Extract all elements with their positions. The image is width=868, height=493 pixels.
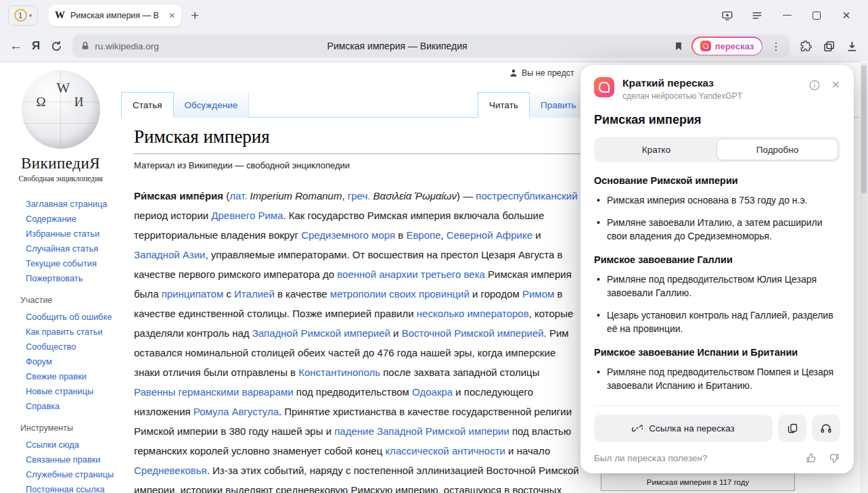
tab-edit[interactable]: Править	[530, 92, 588, 118]
wikipedia-globe-logo[interactable]: W Ω И	[22, 70, 100, 149]
sidebar-link[interactable]: Заглавная страница	[26, 199, 121, 209]
tab-read[interactable]: Читать	[478, 92, 530, 118]
sidebar-link[interactable]: Свежие правки	[26, 371, 121, 381]
devices-icon[interactable]	[721, 9, 734, 22]
article-link[interactable]: несколько императоров	[417, 308, 529, 319]
window-controls: ✕	[721, 9, 860, 22]
sidebar-link[interactable]: Сообщить об ошибке	[26, 312, 121, 322]
collections-icon[interactable]	[822, 39, 836, 53]
tab-article[interactable]: Статья	[121, 92, 174, 118]
person-icon	[509, 68, 518, 78]
panel-footer: Ссылка на пересказ	[594, 415, 840, 442]
article-subtitle: Материал из Википедии — свободной энцикл…	[134, 160, 583, 170]
article-link[interactable]: классической античности	[385, 445, 505, 456]
article-link[interactable]: падение Западной Римской империи	[334, 425, 509, 437]
article-link[interactable]: метрополии своих провинций	[330, 288, 470, 300]
article-link[interactable]: Западной Римской империей	[252, 327, 390, 339]
tab-close-icon[interactable]: ✕	[168, 11, 175, 20]
kebab-menu-icon[interactable]: ⋮	[771, 40, 781, 53]
browser-chrome: 1 ▾ W Римская империя — В ✕ +	[0, 0, 868, 62]
yandex-logo-icon[interactable]: Я	[32, 39, 40, 53]
tab-brief[interactable]: Кратко	[596, 139, 716, 160]
article-link[interactable]: Италией	[234, 288, 275, 300]
listen-button[interactable]	[812, 415, 840, 442]
address-bar[interactable]: ru.wikipedia.org Римская империя — Викип…	[72, 34, 790, 57]
browser-tab[interactable]: W Римская империя — В ✕	[49, 5, 181, 26]
copy-button[interactable]	[778, 415, 806, 442]
summary-bullet: • Римляне под предводительством Юлия Цез…	[594, 273, 840, 300]
back-icon[interactable]: ←	[9, 39, 22, 53]
article-link[interactable]: Равенны	[134, 386, 175, 398]
close-window-icon[interactable]: ✕	[840, 9, 853, 22]
lock-icon[interactable]	[81, 41, 90, 51]
panel-header: Краткий пересказ сделан нейросетью Yande…	[594, 77, 840, 101]
tab-title: Римская империя — В	[70, 11, 164, 20]
article-link[interactable]: Римом	[522, 288, 554, 300]
article-link[interactable]: постреспубликанский	[476, 190, 577, 202]
sidebar-link[interactable]: Текущие события	[26, 258, 121, 268]
article-link[interactable]: военной анархии третьего века	[337, 268, 485, 280]
panel-close-icon[interactable]: ✕	[831, 78, 840, 91]
wikipedia-favicon: W	[55, 9, 65, 21]
url-domain[interactable]: ru.wikipedia.org	[95, 41, 159, 51]
article-link[interactable]: греч.	[348, 190, 371, 202]
sidebar-link[interactable]: Избранные статьи	[26, 229, 121, 239]
sidebar-link[interactable]: Форум	[26, 356, 121, 367]
sidebar-link[interactable]: Новые страницы	[26, 386, 121, 396]
article-link[interactable]: Восточной Римской империей	[402, 327, 544, 339]
sidebar-link[interactable]: Связанные правки	[26, 454, 121, 465]
article-link[interactable]: германскими варварами	[179, 386, 294, 398]
browser-window: 1 ▾ W Римская империя — В ✕ +	[0, 0, 868, 493]
article-link[interactable]: Северной Африке	[447, 229, 532, 241]
thumbs-down-icon[interactable]	[829, 452, 840, 464]
download-icon[interactable]	[845, 39, 859, 53]
article-link[interactable]: Средневековья	[134, 465, 207, 476]
article-link[interactable]: Западной Азии	[134, 249, 205, 260]
sidebar-link[interactable]: Сообщество	[26, 342, 121, 352]
bookmark-icon[interactable]	[674, 41, 683, 51]
summary-section-heading: Римское завоевание Испании и Британии	[594, 347, 840, 358]
sidebar-link[interactable]: Ссылки сюда	[26, 440, 121, 450]
maximize-icon[interactable]	[810, 9, 823, 22]
sidebar-link[interactable]: Постоянная ссылка	[26, 484, 121, 493]
tab-counter-button[interactable]: 1 ▾	[8, 5, 38, 26]
link-icon	[632, 423, 643, 433]
sidebar-link[interactable]: Справка	[26, 401, 121, 411]
sidebar-link[interactable]: Случайная статья	[26, 243, 121, 254]
wikipedia-wordmark[interactable]: ВикипедиЯ	[0, 155, 121, 172]
sidebar-nav-main: Заглавная страницаСодержаниеИзбранные ст…	[26, 199, 121, 283]
article-link[interactable]: принципатом	[162, 288, 224, 300]
tab-detailed[interactable]: Подробно	[716, 139, 838, 160]
sidebar-link[interactable]: Пожертвовать	[26, 273, 121, 283]
summary-bullet: • Римская империя основана в 753 году до…	[594, 193, 840, 207]
globe-letter: W	[57, 80, 70, 97]
reload-icon[interactable]	[49, 39, 63, 53]
sidebar-link[interactable]: Как править статьи	[26, 327, 121, 337]
sidebar-link[interactable]: Служебные страницы	[26, 469, 121, 479]
article-link[interactable]: Одоакра	[412, 386, 453, 398]
article-link[interactable]: лат.	[229, 190, 247, 202]
thumbs-up-icon[interactable]	[805, 452, 817, 464]
page-scrollbar[interactable]	[860, 62, 868, 493]
summary-bullets: • Римляне под предводительством Помпея и…	[594, 365, 840, 392]
info-icon[interactable]	[808, 79, 821, 91]
extensions-puzzle-icon[interactable]	[799, 39, 813, 53]
summary-link-button[interactable]: Ссылка на пересказ	[594, 415, 773, 442]
scrollbar-thumb[interactable]	[861, 65, 867, 193]
minimize-icon[interactable]	[780, 9, 794, 22]
article-link[interactable]: Средиземного моря	[301, 229, 395, 241]
user-status[interactable]: Вы не предст	[509, 68, 574, 78]
sidebar-link[interactable]: Содержание	[26, 214, 121, 224]
article-link[interactable]: Ромула Августула	[193, 406, 279, 417]
article-link[interactable]: Европе	[406, 229, 440, 241]
tab-list-icon[interactable]	[750, 9, 764, 22]
user-status-label: Вы не предст	[522, 68, 574, 78]
chevron-down-icon: ▾	[29, 12, 32, 19]
article-link[interactable]: Константинополь	[298, 367, 380, 378]
retell-button[interactable]: пересказ	[691, 37, 762, 55]
retell-label: пересказ	[715, 41, 754, 51]
new-tab-button[interactable]: +	[191, 8, 199, 22]
wikipedia-tagline: Свободная энциклопедия	[0, 174, 121, 183]
article-link[interactable]: Древнего Рима	[211, 210, 283, 221]
tab-talk[interactable]: Обсуждение	[174, 92, 250, 118]
